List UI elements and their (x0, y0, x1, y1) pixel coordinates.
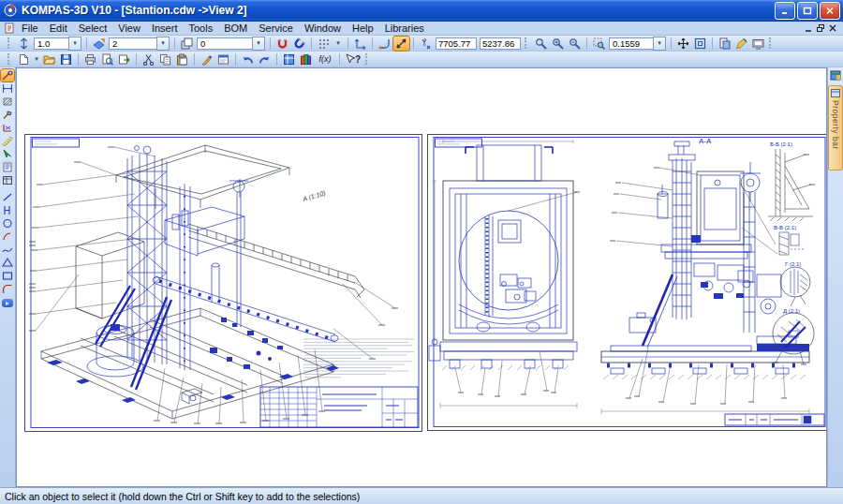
maximize-button[interactable] (797, 2, 818, 20)
fx-button[interactable]: f(x) (315, 52, 335, 67)
layer-state-combo[interactable]: 0 ▾ (197, 37, 265, 50)
zoom-scale-dropdown[interactable]: ▾ (653, 37, 666, 51)
coordinate-x-field[interactable]: 5237.86 (480, 37, 521, 50)
show-page-icon[interactable] (717, 37, 732, 51)
zoom-in-icon[interactable] (550, 37, 566, 51)
panel-editing-icon[interactable] (1, 109, 14, 121)
undo-icon[interactable] (240, 52, 256, 67)
refresh-screen-icon[interactable] (750, 37, 766, 51)
grid-icon[interactable] (316, 37, 332, 51)
redo-icon[interactable] (257, 52, 273, 67)
tool-fillet-icon[interactable] (1, 283, 14, 295)
tool-circle-icon[interactable] (1, 217, 14, 230)
grid-dropdown[interactable]: ▾ (333, 37, 344, 50)
panel-dimensions-icon[interactable] (1, 82, 14, 95)
mdi-minimize-icon[interactable] (805, 22, 813, 34)
menu-view[interactable]: View (112, 22, 146, 35)
cursor-step-icon[interactable] (16, 37, 32, 51)
cursor-step-combo[interactable]: 1.0 ▾ (34, 37, 81, 50)
format-painter-icon[interactable] (199, 52, 214, 67)
tool-line-icon[interactable] (1, 191, 14, 203)
print-icon[interactable] (82, 52, 98, 67)
menu-insert[interactable]: Insert (146, 22, 184, 35)
panel-parameterization-icon[interactable] (1, 122, 14, 134)
drawing-sheet-right[interactable]: А-А (427, 134, 827, 431)
panel-geometry-icon[interactable] (1, 69, 14, 82)
menu-file[interactable]: File (16, 22, 44, 35)
document-properties-icon[interactable] (215, 52, 231, 67)
mdi-restore-icon[interactable] (817, 22, 825, 34)
cursor-step-value[interactable]: 1.0 (34, 37, 68, 50)
layer-state-dropdown[interactable]: ▾ (252, 37, 265, 51)
tool-parallel-line-icon[interactable] (1, 204, 14, 216)
context-help-icon[interactable]: ? (344, 52, 362, 67)
current-layer-dropdown[interactable]: ▾ (156, 37, 170, 51)
menu-tools[interactable]: Tools (183, 22, 218, 35)
save-icon[interactable] (58, 52, 74, 67)
toolbar-grip[interactable] (769, 37, 775, 49)
menu-window[interactable]: Window (299, 22, 347, 35)
new-document-icon[interactable] (16, 52, 32, 67)
local-cs-icon[interactable] (352, 37, 368, 51)
toolbar-grip[interactable] (365, 53, 371, 65)
panel-designation-icon[interactable] (1, 96, 14, 108)
app-icon[interactable] (3, 3, 18, 18)
menu-libraries[interactable]: Libraries (379, 22, 430, 35)
tool-arc-icon[interactable] (1, 230, 14, 243)
panel-specification-icon[interactable] (1, 161, 14, 173)
zoom-select-icon[interactable] (533, 37, 549, 51)
panel-selection-icon[interactable] (1, 148, 14, 160)
zoom-scale-combo[interactable]: 0.1559 ▾ (609, 37, 666, 50)
zoom-out-icon[interactable] (567, 37, 583, 51)
toolbar-grip[interactable] (525, 37, 530, 49)
coordinate-y-field[interactable]: 7705.77 (436, 37, 477, 50)
open-icon[interactable] (41, 52, 57, 67)
panel-drag-handle[interactable] (2, 299, 13, 307)
panel-reports-icon[interactable] (1, 174, 14, 186)
cursor-step-dropdown[interactable]: ▾ (68, 37, 81, 51)
menu-bom[interactable]: BOM (218, 22, 253, 35)
tool-rectangle-icon[interactable] (1, 270, 14, 282)
toolbar-grip[interactable] (7, 53, 13, 65)
menu-service[interactable]: Service (253, 22, 299, 35)
current-layer-value[interactable]: 2 (109, 37, 156, 50)
tool-polygon-icon[interactable] (1, 257, 14, 269)
title-bar[interactable]: KOMPAS-3D V10 - [Stantion.cdw ->View 2] (0, 0, 843, 22)
snap-mode-toggle[interactable] (393, 37, 409, 51)
close-button[interactable] (820, 2, 840, 20)
pan-icon[interactable] (675, 37, 691, 51)
redraw-icon[interactable] (733, 37, 749, 51)
ortho-mode-icon[interactable] (377, 37, 392, 51)
mdi-close-icon[interactable] (829, 22, 837, 34)
property-bar-icon[interactable] (829, 69, 842, 82)
show-all-icon[interactable] (692, 37, 708, 51)
toolbar-grip[interactable] (7, 37, 13, 49)
minimize-button[interactable] (775, 2, 795, 20)
layer-state-value[interactable]: 0 (197, 37, 252, 50)
menu-edit[interactable]: Edit (44, 22, 73, 35)
menu-help[interactable]: Help (347, 22, 379, 35)
cut-icon[interactable] (140, 52, 156, 67)
print-preview-icon[interactable] (99, 52, 115, 67)
document-manager-icon[interactable] (281, 52, 297, 67)
drawing-canvas[interactable]: А (1:10) (16, 67, 827, 487)
document-icon[interactable] (2, 22, 16, 36)
variables-icon[interactable] (298, 52, 314, 67)
zoom-scale-value[interactable]: 0.1559 (609, 37, 653, 50)
send-icon[interactable] (116, 52, 132, 67)
rotate-snap-magnet-icon[interactable] (274, 37, 290, 51)
drawing-sheet-left[interactable]: А (1:10) (24, 134, 422, 432)
new-document-dropdown[interactable]: ▾ (33, 53, 40, 66)
menu-select[interactable]: Select (73, 22, 113, 35)
paste-icon[interactable] (174, 52, 190, 67)
current-layer-icon[interactable] (91, 37, 107, 51)
copy-icon[interactable] (157, 52, 173, 67)
panel-measure-icon[interactable] (1, 135, 14, 147)
current-layer-combo[interactable]: 2 ▾ (109, 37, 170, 50)
property-bar-label: Property bar (831, 100, 840, 150)
zoom-area-icon[interactable] (591, 37, 607, 51)
snap-magnet-icon[interactable] (291, 37, 307, 51)
property-bar-tab[interactable]: Property bar (828, 85, 843, 170)
tool-spline-icon[interactable] (1, 244, 14, 256)
layer-state-icon[interactable] (179, 37, 195, 51)
